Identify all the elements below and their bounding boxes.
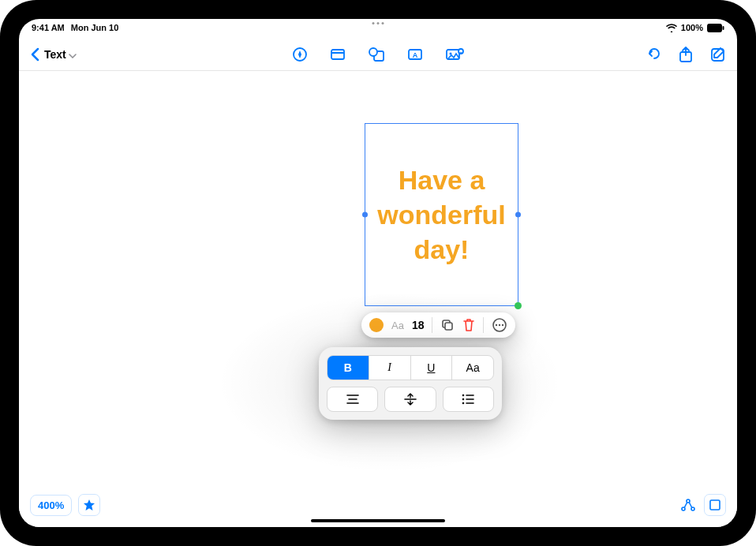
minimap-button[interactable] [704,494,726,516]
text-context-toolbar: Aa 18 [361,312,515,338]
underline-button[interactable]: U [411,356,453,380]
font-size-button[interactable]: 18 [412,319,425,331]
status-date: Mon Jun 10 [71,23,119,32]
resize-handle-bottom-right[interactable] [515,302,522,309]
status-bar: 9:41 AM Mon Jun 10 100% [19,19,737,36]
align-button[interactable] [327,387,378,412]
svg-point-27 [462,398,465,401]
tool-label-text: Text [44,48,66,61]
bottom-left-controls: 400% [30,494,100,516]
text-color-swatch[interactable] [369,318,384,332]
wifi-icon [666,24,677,32]
svg-point-19 [499,324,500,326]
separator [432,317,432,333]
bold-button[interactable]: B [327,356,369,380]
svg-point-6 [369,48,377,56]
undo-button[interactable] [646,47,661,62]
tool-picker[interactable]: Text [44,48,77,61]
textbox-icon[interactable]: A [407,47,423,62]
svg-point-25 [462,395,465,397]
svg-text:A: A [413,51,418,59]
svg-rect-1 [723,26,724,30]
resize-handle-right[interactable] [515,212,521,218]
zoom-level[interactable]: 400% [30,495,72,516]
home-indicator[interactable] [311,519,445,522]
separator [483,317,484,333]
svg-point-18 [496,324,497,326]
compose-button[interactable] [710,47,726,62]
ipad-frame: 9:41 AM Mon Jun 10 100% Text [0,0,756,546]
favorites-button[interactable] [78,494,100,516]
svg-line-34 [684,503,687,508]
svg-rect-36 [710,500,720,510]
resize-handle-left[interactable] [362,212,368,218]
svg-rect-0 [708,24,722,32]
text-content[interactable]: Have a wonderful day! [365,163,518,267]
screen: 9:41 AM Mon Jun 10 100% Text [19,19,737,527]
list-button[interactable] [443,387,494,412]
text-case-button[interactable]: Aa [452,356,493,380]
graph-tool-button[interactable] [680,498,696,512]
back-button[interactable] [30,47,39,62]
delete-button[interactable] [462,318,475,332]
canvas[interactable]: Have a wonderful day! Aa 18 [19,71,737,527]
sticky-note-icon[interactable] [330,47,346,62]
svg-text:+: + [459,50,462,54]
shapes-icon[interactable] [368,47,385,62]
italic-button[interactable]: I [369,356,411,380]
font-style-button[interactable]: Aa [391,320,404,331]
duplicate-button[interactable] [440,318,455,332]
battery-icon [707,24,724,32]
svg-point-20 [502,324,503,326]
selected-text-box[interactable]: Have a wonderful day! [365,123,518,306]
bottom-right-controls [680,494,726,516]
pen-tool-icon[interactable] [292,47,308,62]
vertical-align-button[interactable] [384,387,436,412]
more-button[interactable] [492,317,507,333]
chevron-down-icon [69,48,77,61]
battery-percent: 100% [681,23,703,32]
status-time: 9:41 AM [32,23,65,32]
text-format-panel: B I U Aa [319,347,502,420]
share-button[interactable] [679,46,693,63]
style-segmented-control: B I U Aa [327,355,494,380]
svg-point-29 [462,402,465,405]
svg-line-35 [689,503,692,508]
media-icon[interactable]: + [445,47,464,62]
svg-rect-16 [445,323,452,330]
top-toolbar: Text A + [19,41,737,68]
svg-rect-3 [331,50,344,59]
